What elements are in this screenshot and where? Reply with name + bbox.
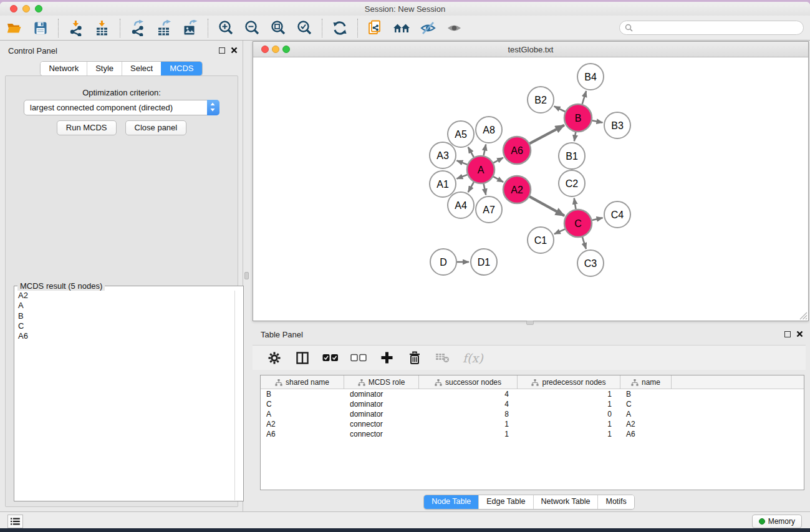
vertical-split-handle[interactable] xyxy=(244,272,249,279)
graph-node-D1[interactable]: D1 xyxy=(471,249,497,275)
zoom-out-icon[interactable] xyxy=(241,17,263,39)
result-scrollbar[interactable] xyxy=(234,291,243,500)
table-cell[interactable]: 1 xyxy=(419,429,518,439)
network-canvas[interactable]: B4B2BB3A5A8A6A3AB1A1C2A2A4A7CC4C1C3DD1 xyxy=(253,57,808,321)
tab-node-table[interactable]: Node Table xyxy=(424,495,478,509)
tab-motifs[interactable]: Motifs xyxy=(597,495,634,509)
graph-edge-A-A1[interactable] xyxy=(456,175,467,178)
graph-node-B3[interactable]: B3 xyxy=(604,112,630,138)
graph-edge-A-A8[interactable] xyxy=(484,145,486,156)
graph-edge-C-C1[interactable] xyxy=(554,229,565,234)
show-all-icon[interactable] xyxy=(443,17,465,39)
graph-edge-B-B2[interactable] xyxy=(554,106,566,112)
table-cell[interactable]: A xyxy=(620,409,672,419)
table-cell[interactable]: C xyxy=(620,399,672,409)
result-item[interactable]: A xyxy=(15,301,234,311)
graph-node-C1[interactable]: C1 xyxy=(528,227,554,253)
graph-edge-A-A4[interactable] xyxy=(468,182,474,192)
table-cell[interactable]: 4 xyxy=(419,389,518,399)
graph-edge-C-C4[interactable] xyxy=(592,218,602,220)
export-image-icon[interactable] xyxy=(180,17,201,39)
float-panel-icon[interactable] xyxy=(219,47,225,54)
table-cell[interactable]: 1 xyxy=(518,419,620,429)
table-cell[interactable]: 1 xyxy=(518,429,620,439)
close-panel-icon[interactable] xyxy=(231,47,238,54)
zoom-in-icon[interactable] xyxy=(215,17,236,39)
table-cell[interactable]: dominator xyxy=(344,399,419,409)
graph-edge-A-A2[interactable] xyxy=(493,177,503,182)
tab-select[interactable]: Select xyxy=(122,62,161,75)
column-header-successor-nodes[interactable]: successor nodes xyxy=(419,375,518,389)
graph-node-A6[interactable]: A6 xyxy=(503,137,531,164)
column-header-name[interactable]: name xyxy=(620,375,672,389)
graph-node-B4[interactable]: B4 xyxy=(577,64,604,90)
close-table-panel-icon[interactable] xyxy=(796,331,803,337)
import-network-icon[interactable] xyxy=(65,17,87,39)
select-all-icon[interactable] xyxy=(322,350,339,366)
panel-columns-icon[interactable] xyxy=(294,350,311,366)
graph-node-A1[interactable]: A1 xyxy=(430,171,456,197)
result-item[interactable]: C xyxy=(15,321,234,331)
float-table-panel-icon[interactable] xyxy=(784,331,791,337)
table-cell[interactable]: B xyxy=(261,389,344,399)
graph-node-B1[interactable]: B1 xyxy=(559,143,585,169)
tab-style[interactable]: Style xyxy=(87,62,122,75)
table-cell[interactable]: dominator xyxy=(344,389,419,399)
graph-node-A2[interactable]: A2 xyxy=(503,176,531,203)
table-cell[interactable]: 0 xyxy=(518,409,620,419)
open-session-icon[interactable] xyxy=(4,17,25,39)
table-cell[interactable]: 1 xyxy=(518,389,620,399)
table-cell[interactable]: B xyxy=(620,389,672,399)
graph-edge-A6-B[interactable] xyxy=(529,125,564,144)
optimization-select[interactable]: largest connected component (directed) xyxy=(24,100,219,115)
table-cell[interactable]: 8 xyxy=(419,409,518,419)
graph-edge-B-B3[interactable] xyxy=(592,120,603,122)
graph-node-A4[interactable]: A4 xyxy=(448,192,474,218)
mcds-result-list[interactable]: A2ABCA6 xyxy=(15,291,234,500)
tab-mcds[interactable]: MCDS xyxy=(161,62,201,75)
table-row[interactable]: Adominator80A xyxy=(261,409,804,419)
graph-edge-A-A5[interactable] xyxy=(468,147,474,157)
column-header-MCDS-role[interactable]: MCDS role xyxy=(344,375,419,389)
graph-edge-C-C2[interactable] xyxy=(574,198,576,210)
graph-edge-A-A6[interactable] xyxy=(493,158,503,163)
result-item[interactable]: A6 xyxy=(15,331,234,341)
run-mcds-button[interactable]: Run MCDS xyxy=(57,120,117,135)
table-row[interactable]: Bdominator41B xyxy=(261,389,804,399)
table-cell[interactable]: connector xyxy=(344,429,419,439)
import-table-icon[interactable] xyxy=(92,17,113,39)
column-header-predecessor-nodes[interactable]: predecessor nodes xyxy=(518,375,620,389)
graph-node-A3[interactable]: A3 xyxy=(430,142,456,168)
graph-node-A7[interactable]: A7 xyxy=(476,196,502,223)
graph-node-A[interactable]: A xyxy=(467,156,494,183)
graph-edge-C-C3[interactable] xyxy=(582,237,586,249)
graph-node-B[interactable]: B xyxy=(564,104,592,132)
first-neighbors-icon[interactable] xyxy=(391,17,412,39)
table-cell[interactable]: 1 xyxy=(518,399,620,409)
graph-node-C3[interactable]: C3 xyxy=(577,250,604,276)
table-cell[interactable]: A2 xyxy=(620,419,672,429)
table-cell[interactable]: A xyxy=(261,409,344,419)
graph-edge-B-B1[interactable] xyxy=(574,132,576,142)
hide-selected-icon[interactable] xyxy=(417,17,438,39)
table-row[interactable]: A6connector11A6 xyxy=(261,429,804,439)
log-console-button[interactable] xyxy=(7,515,23,528)
memory-button[interactable]: Memory xyxy=(752,515,802,528)
table-cell[interactable]: A2 xyxy=(261,419,344,429)
graph-node-B2[interactable]: B2 xyxy=(528,87,554,113)
zoom-fit-icon[interactable] xyxy=(268,17,289,39)
horizontal-split-handle[interactable] xyxy=(526,321,534,325)
network-from-selection-icon[interactable] xyxy=(365,17,386,39)
tab-network-table[interactable]: Network Table xyxy=(533,495,598,509)
table-cell[interactable]: 1 xyxy=(419,419,518,429)
table-cell[interactable]: A6 xyxy=(620,429,672,439)
deselect-all-icon[interactable] xyxy=(350,350,367,366)
window-resize-grip[interactable] xyxy=(799,311,808,320)
table-cell[interactable]: dominator xyxy=(344,409,419,419)
table-cell[interactable]: A6 xyxy=(261,429,344,439)
graph-edge-A2-C[interactable] xyxy=(529,196,564,216)
graph-node-C[interactable]: C xyxy=(564,210,592,237)
table-row[interactable]: A2connector11A2 xyxy=(261,419,804,429)
delete-table-icon[interactable] xyxy=(435,350,451,366)
table-cell[interactable]: 4 xyxy=(419,399,518,409)
